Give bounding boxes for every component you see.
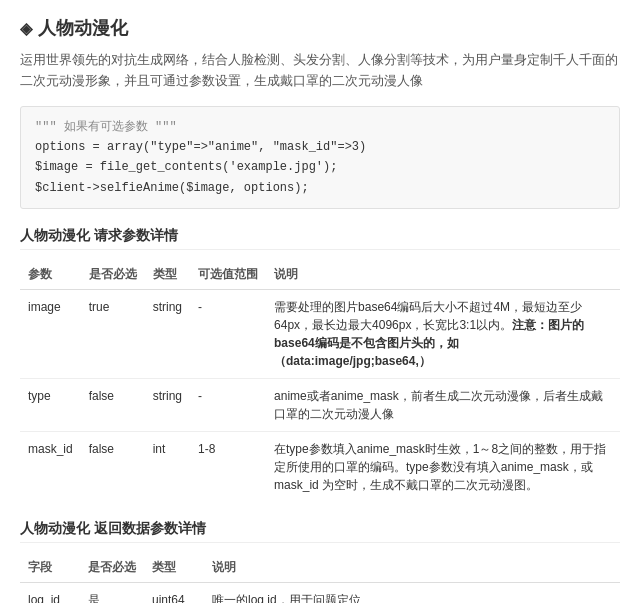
param-range: - bbox=[190, 379, 266, 432]
param-desc: 在type参数填入anime_mask时生效，1～8之间的整数，用于指定所使用的… bbox=[266, 432, 620, 503]
param-required: false bbox=[81, 379, 145, 432]
code-sample: """ 如果有可选参数 """ options = array("type"=>… bbox=[20, 106, 620, 210]
request-params-table: 参数 是否必选 类型 可选值范围 说明 image true string - … bbox=[20, 260, 620, 502]
table-row: type false string - anime或者anime_mask，前者… bbox=[20, 379, 620, 432]
param-name: type bbox=[20, 379, 81, 432]
param-type: string bbox=[145, 290, 190, 379]
return-desc: 唯一的log id，用于问题定位 bbox=[204, 583, 620, 603]
th-required: 是否必选 bbox=[80, 553, 144, 583]
param-range: - bbox=[190, 290, 266, 379]
param-type: int bbox=[145, 432, 190, 503]
param-desc: 需要处理的图片base64编码后大小不超过4M，最短边至少64px，最长边最大4… bbox=[266, 290, 620, 379]
th-field: 字段 bbox=[20, 553, 80, 583]
param-desc: anime或者anime_mask，前者生成二次元动漫像，后者生成戴口罩的二次元… bbox=[266, 379, 620, 432]
param-range: 1-8 bbox=[190, 432, 266, 503]
th-param: 参数 bbox=[20, 260, 81, 290]
return-required: 是 bbox=[80, 583, 144, 603]
page-title: ◈ 人物动漫化 bbox=[20, 16, 620, 40]
th-desc: 说明 bbox=[204, 553, 620, 583]
code-line3: $client->selfieAnime($image, options); bbox=[35, 178, 605, 198]
return-params-table: 字段 是否必选 类型 说明 log_id 是 uint64 唯一的log id，… bbox=[20, 553, 620, 603]
param-name: image bbox=[20, 290, 81, 379]
return-type: uint64 bbox=[144, 583, 204, 603]
param-name: mask_id bbox=[20, 432, 81, 503]
param-required: true bbox=[81, 290, 145, 379]
request-section-title: 人物动漫化 请求参数详情 bbox=[20, 227, 620, 250]
table-row: mask_id false int 1-8 在type参数填入anime_mas… bbox=[20, 432, 620, 503]
param-type: string bbox=[145, 379, 190, 432]
param-required: false bbox=[81, 432, 145, 503]
th-required: 是否必选 bbox=[81, 260, 145, 290]
page-description: 运用世界领先的对抗生成网络，结合人脸检测、头发分割、人像分割等技术，为用户量身定… bbox=[20, 50, 620, 92]
table-row: log_id 是 uint64 唯一的log id，用于问题定位 bbox=[20, 583, 620, 603]
title-icon: ◈ bbox=[20, 19, 32, 38]
code-line2: $image = file_get_contents('example.jpg'… bbox=[35, 157, 605, 177]
table-row: image true string - 需要处理的图片base64编码后大小不超… bbox=[20, 290, 620, 379]
th-range: 可选值范围 bbox=[190, 260, 266, 290]
return-field: log_id bbox=[20, 583, 80, 603]
code-line1: options = array("type"=>"anime", "mask_i… bbox=[35, 137, 605, 157]
code-comment: """ 如果有可选参数 """ bbox=[35, 117, 605, 137]
th-desc: 说明 bbox=[266, 260, 620, 290]
th-type: 类型 bbox=[145, 260, 190, 290]
th-type: 类型 bbox=[144, 553, 204, 583]
return-section-title: 人物动漫化 返回数据参数详情 bbox=[20, 520, 620, 543]
